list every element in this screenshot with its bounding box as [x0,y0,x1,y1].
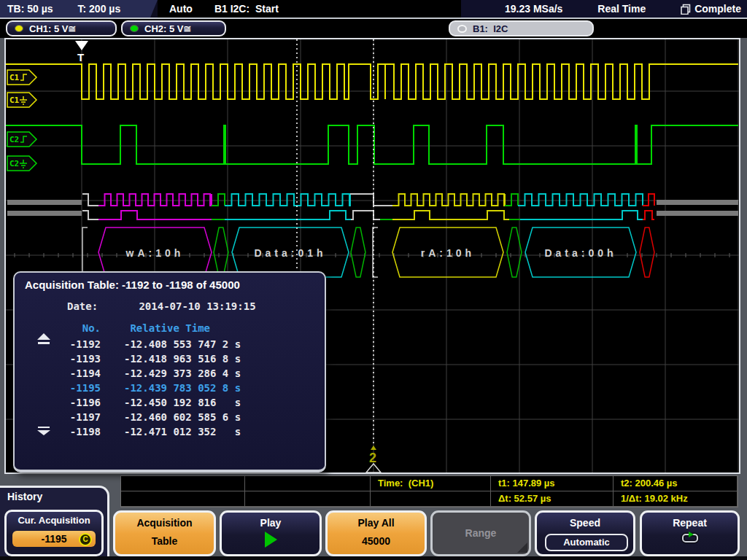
scroll-down-button[interactable] [36,426,53,440]
i2c-data-decode-segment [643,211,654,219]
channel-marker-c1-edge[interactable]: C1 [7,70,36,85]
measurement-cell: 1/Δt: 19.02 kHz [614,491,738,507]
i2c-clock-decode-segment [212,194,225,206]
measurement-cell [371,491,491,507]
bus-idle-bar [7,200,82,205]
softkey-play-all[interactable]: Play All 45000 [325,510,427,556]
date-value: 2014-07-10 13:19:15 [139,300,255,312]
i2c-data-decode-segment [351,211,380,219]
acquisition-table-row[interactable]: -1195-12.439 783 052 8 s [15,381,325,395]
timebase-value: TB: 50 µs [7,3,53,15]
softkey-speed[interactable]: Speed Automatic [535,510,635,556]
bus-button-b1[interactable]: B1: I2C [449,20,594,36]
acq-relative-time: -12.460 602 585 6 s [124,410,241,424]
corner-fold-icon [517,542,527,553]
ch2-label: CH2: 5 V≅ [144,23,191,34]
softkey-repeat[interactable]: Repeat [640,510,740,556]
channel-button-ch1[interactable]: CH1: 5 V≅ [6,20,117,36]
play-icon [265,532,277,548]
rotary-knob-icon: C [79,533,92,546]
pages-icon [681,4,691,15]
i2c-clock-decode-segment [505,194,518,206]
status-bar: TB: 50 µs T: 200 µs Auto B1 I2C: Start 1… [0,0,747,19]
acq-no: -1194 [15,366,101,381]
acq-no: -1197 [15,410,101,424]
channel-marker-c1-ground[interactable]: C1 [7,93,36,107]
acq-relative-time: -12.429 373 286 4 s [124,366,241,381]
softkey-label: Repeat [642,517,738,529]
i2c-clock-decode-segment [392,194,505,206]
dialog-date-row: Date: 2014-07-10 13:19:15 [67,300,256,312]
measurement-cell: t2: 200.46 µs [614,476,738,491]
acq-no: -1196 [15,395,101,410]
softkey-acquisition-table[interactable]: Acquisition Table [113,510,216,556]
current-acquisition-label: Cur. Acquisition [7,515,101,526]
ch1-label: CH1: 5 V≅ [29,23,76,34]
acquisition-table-row[interactable]: -1194-12.429 373 286 4 s [15,366,325,381]
i2c-frame [214,228,228,277]
channel-marker-c2-edge[interactable]: C2 [7,132,36,147]
current-acquisition-button[interactable]: Cur. Acquisition -1195 C [4,510,104,556]
i2c-frame [351,228,365,277]
svg-text:2: 2 [369,451,376,465]
speed-value-field[interactable]: Automatic [545,534,628,551]
acquisition-section: 19.23 MSa/s Real Time Complete [461,0,747,18]
i2c-frame-label: rA:10h [421,247,475,259]
channel-bar: CH1: 5 V≅ CH2: 5 V≅ B1: I2C [0,19,747,38]
acquisition-status: Complete [681,3,741,15]
channel-marker-c2-ground[interactable]: C2 [7,156,36,171]
history-title: History [0,488,107,502]
ch2-trace [6,125,738,164]
softkey-label: Table [115,535,214,547]
acquisition-table-row[interactable]: -1192-12.408 553 747 2 s [15,337,325,351]
measurement-cell [121,491,245,507]
table-header-row: No. Relative Time [15,322,325,334]
acq-relative-time: -12.450 192 816 s [124,395,241,410]
repeat-loop-icon [679,530,701,545]
i2c-data-decode-segment [82,211,98,219]
softkey-label: Speed [537,517,633,529]
bus-idle-bar [657,200,738,205]
dialog-title: Acquisition Table: -1192 to -1198 of 450… [15,273,325,291]
i2c-clock-decode-segment [98,194,212,206]
measurement-cell [245,476,371,491]
acquisition-table-row[interactable]: -1196-12.450 192 816 s [15,395,325,410]
i2c-clock-decode-segment [643,194,654,206]
channel-button-ch2[interactable]: CH2: 5 V≅ [121,20,226,36]
column-header-relative-time: Relative Time [130,322,210,334]
measurement-cell [245,491,371,507]
acquisition-mode: Real Time [597,3,646,15]
acquisition-table-row[interactable]: -1197-12.460 602 585 6 s [15,410,325,424]
acq-relative-time: -12.408 553 747 2 s [124,337,241,351]
svg-text:C1: C1 [9,73,20,82]
acquisition-table-dialog: Acquisition Table: -1192 to -1198 of 450… [13,271,326,472]
acquisition-table-row[interactable]: -1193-12.418 963 516 8 s [15,351,325,366]
acq-relative-time: -12.439 783 052 8 s [124,381,241,395]
i2c-frame-label: wA:10h [125,247,185,259]
softkey-label: Play [222,517,320,529]
i2c-data-decode-segment [520,211,643,219]
sample-rate: 19.23 MSa/s [505,3,562,15]
column-header-no: No. [15,322,101,334]
softkey-range[interactable]: Range [430,510,531,556]
trigger-mode: Auto [169,3,193,15]
acquisition-table-row[interactable]: -1198-12.471 012 352 s [15,424,325,439]
i2c-frame-label: Data:01h [254,247,326,259]
acquisition-rows: -1192-12.408 553 747 2 s-1193-12.418 963… [15,337,325,439]
trigger-position-marker[interactable]: T [75,41,88,63]
history-panel: History Cur. Acquisition -1195 C [0,486,109,560]
cursor-results-table: Time: (CH1)t1: 147.89 µst2: 200.46 µsΔt:… [120,475,738,508]
i2c-clock-decode-segment [350,194,392,206]
scroll-up-icon [36,332,51,346]
b1-label: B1: I2C [473,23,508,34]
scroll-up-button[interactable] [36,332,53,347]
ch1-led-icon [15,25,23,32]
i2c-frame-label: Data:00h [544,247,616,259]
svg-text:C2: C2 [9,135,19,144]
i2c-clock-decode-segment [82,194,98,206]
svg-text:C2: C2 [9,159,19,168]
trigger-section: Auto B1 I2C: Start [158,0,461,18]
i2c-frame [640,228,654,277]
current-acquisition-value[interactable]: -1195 C [12,531,96,547]
softkey-play[interactable]: Play [220,510,322,556]
